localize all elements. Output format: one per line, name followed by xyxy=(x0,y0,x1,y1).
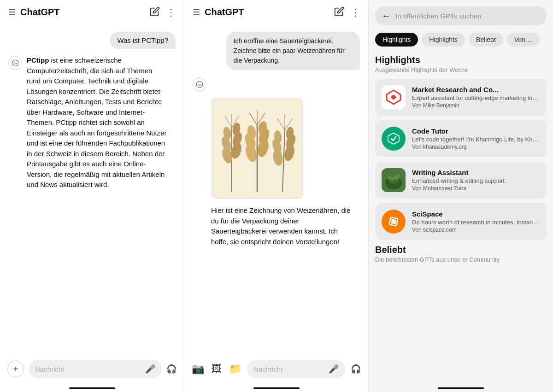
left-bot-text: PCtipp ist eine schweizerische Computerz… xyxy=(27,55,167,190)
bot-avatar xyxy=(8,56,22,70)
tab-von[interactable]: Von ... xyxy=(507,33,540,47)
left-input-bar: + Nachricht 🎤 🎧 xyxy=(0,354,184,387)
writing-assistant-info: Writing Assistant Enhanced writing & edi… xyxy=(412,169,540,192)
tab-highlights-active[interactable]: Highlights xyxy=(375,33,418,47)
scispace-info: SciSpace Do hours worth of research in m… xyxy=(412,210,540,233)
middle-header-icons: ⋮ xyxy=(334,6,360,18)
gpt-card-writing[interactable]: Writing Assistant Enhanced writing & edi… xyxy=(375,162,547,199)
middle-bot-text: Hier ist eine Zeichnung von Weizenähren,… xyxy=(211,205,352,247)
hamburger-icon[interactable]: ☰ xyxy=(8,8,16,17)
search-placeholder-text: In öffentlichen GPTs suchen xyxy=(395,12,540,20)
folder-icon[interactable]: 📁 xyxy=(229,363,241,375)
gpt-card-market[interactable]: Market Research and Co... Expert assista… xyxy=(375,79,547,116)
middle-bot-text-row: Hier ist eine Zeichnung von Weizenähren,… xyxy=(193,205,352,247)
left-header-left: ☰ ChatGPT xyxy=(8,7,60,18)
code-tutor-desc: Let's code together! I'm Khanmigo Lite, … xyxy=(412,136,540,143)
writing-assistant-desc: Enhanced writing & editing support. xyxy=(412,177,540,184)
more-icon[interactable]: ⋮ xyxy=(166,8,176,17)
market-research-avatar xyxy=(382,85,406,109)
scispace-avatar xyxy=(382,210,406,234)
middle-input-placeholder: Nachricht xyxy=(253,365,324,373)
middle-user-message: Ich eröffne eine Sauerteigbäckerei. Zeic… xyxy=(226,32,360,70)
tabs-row: Highlights Highlights Beliebt Von ... xyxy=(369,29,553,50)
right-search-bar: ← In öffentlichen GPTs suchen xyxy=(369,0,553,29)
middle-bottom-bar xyxy=(253,387,300,389)
svg-point-3 xyxy=(196,81,203,88)
left-header: ☰ ChatGPT ⋮ xyxy=(0,0,184,24)
camera-icon[interactable]: 📷 xyxy=(192,363,204,375)
right-content: Highlights Ausgewählte Highlights der Wo… xyxy=(369,50,553,387)
writing-assistant-name: Writing Assistant xyxy=(412,169,540,176)
section-subtitle: Ausgewählte Highlights der Woche xyxy=(375,66,547,73)
middle-header-left: ☰ ChatGPT xyxy=(193,7,244,18)
code-tutor-author: Von khanacademy.org xyxy=(412,144,540,150)
middle-input-bar: 📷 🖼 📁 Nachricht 🎤 🎧 xyxy=(184,355,368,387)
middle-bot-avatar-row xyxy=(193,76,206,91)
svg-point-38 xyxy=(392,96,395,99)
middle-bot-avatar xyxy=(193,77,206,91)
image-icon[interactable]: 🖼 xyxy=(212,363,222,375)
market-research-name: Market Research and Co... xyxy=(412,86,540,94)
tab-highlights-inactive[interactable]: Highlights xyxy=(422,33,465,47)
left-bot-message: PCtipp ist eine schweizerische Computerz… xyxy=(8,55,167,190)
left-title: ChatGPT xyxy=(20,7,60,18)
left-input-field[interactable]: Nachricht 🎤 xyxy=(29,360,162,378)
mic-icon[interactable]: 🎤 xyxy=(145,364,155,374)
left-panel: ☰ ChatGPT ⋮ Was ist PCTipp? PCtipp ist e… xyxy=(0,0,184,392)
beliebt-subtitle: Die beliebtesten GPTs aus unserer Commun… xyxy=(375,256,547,263)
edit-icon[interactable] xyxy=(150,6,160,18)
left-header-icons: ⋮ xyxy=(150,6,176,18)
middle-panel: ☰ ChatGPT ⋮ Ich eröffne eine Sauerteigbä… xyxy=(184,0,369,392)
market-research-author: Von Mike Benjamin xyxy=(412,102,540,109)
writing-assistant-avatar xyxy=(382,168,406,192)
svg-point-0 xyxy=(12,60,18,66)
middle-mic-icon[interactable]: 🎤 xyxy=(329,364,339,374)
middle-input-field[interactable]: Nachricht 🎤 xyxy=(247,360,345,378)
middle-headphone-icon[interactable]: 🎧 xyxy=(351,364,361,374)
section-title: Highlights xyxy=(375,55,547,65)
pctipp-bold: PCtipp xyxy=(27,56,49,64)
back-icon[interactable]: ← xyxy=(382,11,391,21)
code-tutor-info: Code Tutor Let's code together! I'm Khan… xyxy=(412,127,540,150)
middle-toolbar-icons: 📷 🖼 📁 xyxy=(192,363,241,375)
tab-beliebt[interactable]: Beliebt xyxy=(469,33,503,47)
headphone-icon[interactable]: 🎧 xyxy=(166,364,176,374)
plus-button[interactable]: + xyxy=(7,361,24,377)
wheat-image xyxy=(211,98,303,199)
gpt-card-code-tutor[interactable]: Code Tutor Let's code together! I'm Khan… xyxy=(375,120,547,157)
svg-rect-47 xyxy=(391,219,396,224)
left-bot-body: ist eine schweizerische Computerzeitschr… xyxy=(27,56,167,188)
middle-header: ☰ ChatGPT ⋮ xyxy=(184,0,368,24)
left-bottom-bar xyxy=(69,387,115,389)
right-bottom-bar xyxy=(438,387,484,389)
market-research-info: Market Research and Co... Expert assista… xyxy=(412,86,540,109)
scispace-desc: Do hours worth of research in minutes. I… xyxy=(412,219,540,226)
middle-chat-area: Ich eröffne eine Sauerteigbäckerei. Zeic… xyxy=(184,24,368,355)
scispace-author: Von scispace.com xyxy=(412,227,540,233)
middle-more-icon[interactable]: ⋮ xyxy=(351,8,360,17)
scispace-name: SciSpace xyxy=(412,210,540,218)
writing-assistant-author: Von Mohammed Ziara xyxy=(412,185,540,192)
left-user-message: Was ist PCTipp? xyxy=(110,32,176,49)
middle-title: ChatGPT xyxy=(205,7,244,18)
code-tutor-avatar xyxy=(382,127,406,151)
middle-edit-icon[interactable] xyxy=(334,6,344,18)
left-chat-area: Was ist PCTipp? PCtipp ist eine schweize… xyxy=(0,24,184,354)
beliebt-section: Beliebt Die beliebtesten GPTs aus unsere… xyxy=(375,245,547,263)
code-tutor-name: Code Tutor xyxy=(412,127,540,135)
market-research-desc: Expert assistant for cutting-edge market… xyxy=(412,94,540,101)
right-panel: ← In öffentlichen GPTs suchen Highlights… xyxy=(369,0,553,392)
search-row: ← In öffentlichen GPTs suchen xyxy=(375,6,547,25)
middle-hamburger-icon[interactable]: ☰ xyxy=(193,8,200,17)
beliebt-title: Beliebt xyxy=(375,245,547,255)
gpt-card-scispace[interactable]: SciSpace Do hours worth of research in m… xyxy=(375,203,547,240)
left-input-placeholder: Nachricht xyxy=(35,365,141,373)
